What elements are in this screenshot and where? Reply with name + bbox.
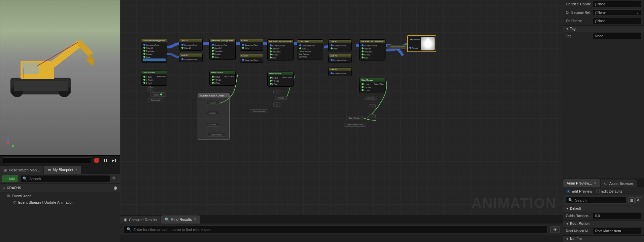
search-input[interactable] <box>575 198 624 202</box>
add-label: Add <box>8 177 15 181</box>
node-transform-bone-3[interactable]: Transform (Modify) Bone Component Pose A… <box>267 39 294 61</box>
node-make-rotator-2[interactable]: Make Rotator X (Roll)Return Value Y (Pit… <box>209 71 236 86</box>
pin-label[interactable]: Add pin <box>275 96 287 100</box>
section-root-motion[interactable]: ▼Root Motion <box>563 220 644 227</box>
node-look-at-7[interactable]: Look At Component Pose <box>328 67 352 76</box>
graphs-section-header[interactable]: ▼GRAPHS ⊕ <box>0 184 120 192</box>
tab-compiler-results[interactable]: ▣ Compiler Results <box>120 216 161 224</box>
var-top-actuator[interactable]: Top Actuator <box>148 98 163 102</box>
left-panel-tabs: ▦ Pose Watch Man... ▭ My Blueprint × <box>0 165 120 174</box>
step-button[interactable]: ▶▮ <box>111 157 117 164</box>
node-output-pose[interactable]: Output Pose Result <box>407 35 436 52</box>
viewport-3d[interactable]: Z X Y <box>0 0 120 156</box>
close-icon[interactable]: × <box>594 181 597 186</box>
radio-edit-defaults[interactable]: Edit Defaults <box>596 189 622 193</box>
search-icon: 🔍 <box>165 217 169 222</box>
search-icon: 🔍 <box>23 176 27 181</box>
axis-gizmo[interactable]: Z X Y <box>7 137 14 149</box>
section-label: GRAPHS <box>7 186 21 190</box>
close-icon[interactable]: × <box>194 217 196 222</box>
small-node[interactable]: × <box>273 103 280 107</box>
tree-item-event-bp-update[interactable]: ◇ Event Blueprint Update Animation <box>0 199 120 205</box>
gear-icon[interactable]: ⚙ <box>112 176 118 182</box>
section-notifies[interactable]: ▼Notifies <box>563 235 644 242</box>
prop-label: Root Motion M... <box>566 229 593 233</box>
tab-asset-browser[interactable]: ▭ Asset Browser <box>601 179 637 187</box>
blueprint-search[interactable]: 🔍 <box>20 175 110 182</box>
tree-label: EventGraph <box>12 194 32 198</box>
cabin-rotation-input[interactable]: 0,0 <box>593 213 641 219</box>
node-look-at-4[interactable]: Look At Component Pose <box>240 54 263 63</box>
prop-label: On Initial Update <box>566 2 593 6</box>
preview-search[interactable]: 🔍 <box>566 197 626 204</box>
excavator-mesh <box>4 21 98 105</box>
section-default[interactable]: ▼Default <box>563 205 644 212</box>
var-bottom-actuator[interactable]: Bottom Actuator <box>250 109 268 113</box>
tab-find-results[interactable]: 🔍 Find Results × <box>161 215 200 224</box>
prop-label: Cabin Rotation... <box>566 214 593 218</box>
graph-watermark: ANIMATION <box>471 195 556 211</box>
edit-mode-radios: Edit Preview Edit Defaults <box>563 187 644 195</box>
node-make-rotator-4[interactable]: Make Rotator X (Roll)Return Value Y (Pit… <box>359 78 385 93</box>
dropdown-on-update[interactable]: fNone⌄ <box>593 18 641 24</box>
section-tag[interactable]: ▼Tag <box>563 25 644 32</box>
tree-label: Event Blueprint Update Animation <box>18 200 74 204</box>
node-make-rotator-3[interactable]: Make Rotator X (Roll)Return Value Y (Pit… <box>267 72 294 87</box>
tab-pose-watch[interactable]: ▦ Pose Watch Man... <box>0 166 43 174</box>
binoculars-button[interactable]: 👁 <box>550 226 560 233</box>
var-cabin-rotation[interactable]: Cabin Rotation <box>346 116 363 120</box>
node-look-at-2[interactable]: Look At Component Pose <box>179 53 203 62</box>
small-node[interactable]: + <box>369 104 376 108</box>
node-look-at[interactable]: Look At Component Pose Alpha 1.0 <box>179 39 203 51</box>
plus-icon: + <box>5 177 7 181</box>
tab-my-blueprint[interactable]: ▭ My Blueprint × <box>44 166 81 174</box>
small-node[interactable]: × Add pin <box>206 101 219 105</box>
comment-title: Inverted Angle + Offset <box>198 94 229 97</box>
node-copy-bone[interactable]: Copy Bone Component Pose Alpha 1.0 Copy … <box>297 39 323 59</box>
record-button[interactable] <box>93 157 100 164</box>
small-node[interactable]: + <box>273 90 280 94</box>
node-transform-bone[interactable]: Transform (Modify) Bone Component Pose A… <box>141 39 167 63</box>
animation-graph[interactable]: ANIMATION Transform ( <box>120 0 563 215</box>
right-bottom-tabs: Anim Preview... × ▭ Asset Browser <box>563 178 644 187</box>
timeline-slider[interactable] <box>3 157 91 163</box>
tab-label: Asset Browser <box>609 182 633 186</box>
dropdown-root-motion[interactable]: Root Motion from⌄ <box>593 228 641 234</box>
graph-icon: ⊞ <box>7 194 10 198</box>
dropdown-on-become[interactable]: fNone⌄ <box>593 9 641 16</box>
node-transform-bone-2[interactable]: Transform (Modify) Bone Component Pose A… <box>209 39 236 60</box>
tab-anim-preview[interactable]: Anim Preview... × <box>563 179 600 187</box>
close-icon[interactable]: × <box>75 167 78 172</box>
tab-label: Compiler Results <box>129 218 157 222</box>
radio-edit-preview[interactable]: Edit Preview <box>567 189 592 193</box>
find-input[interactable] <box>133 228 545 232</box>
small-node-mul[interactable]: × <box>147 87 154 91</box>
node-look-at-6[interactable]: Look At Component Pose <box>328 54 352 63</box>
node-look-at-5[interactable]: Look At Component PoseAlpha <box>328 39 352 51</box>
small-node[interactable]: + Add pin <box>206 111 219 115</box>
node-make-rotator[interactable]: Make Rotator X (Roll)Return Value Y (Pit… <box>141 71 167 86</box>
add-button[interactable]: + Add <box>2 175 18 182</box>
gear-icon[interactable]: ⚙ <box>635 197 641 203</box>
prop-label: On Update <box>566 19 593 23</box>
bottom-tabs: ▣ Compiler Results 🔍 Find Results × <box>120 215 563 224</box>
pause-button[interactable]: ▮▮ <box>102 157 109 164</box>
node-look-at-3[interactable]: Look At Component Pose Alpha <box>240 39 263 51</box>
add-graph-icon[interactable]: ⊕ <box>113 185 117 191</box>
var-middle-actuator[interactable]: Middle Actuator <box>208 133 225 137</box>
small-node[interactable]: + Add pin <box>364 96 377 100</box>
tag-input[interactable]: None <box>593 33 641 39</box>
grid-view-icon[interactable]: ▦ <box>629 197 635 203</box>
small-node[interactable]: × Add pin <box>206 123 219 127</box>
var-cabin-rotation-reset[interactable]: Cabin Rotation Reset <box>344 123 366 127</box>
search-input[interactable] <box>29 177 108 181</box>
dropdown-on-initial[interactable]: fNone⌄ <box>593 1 641 7</box>
search-icon: 🔍 <box>127 227 131 232</box>
small-node[interactable]: × <box>369 114 376 118</box>
pin-label[interactable]: Add pin <box>150 92 166 97</box>
tree-item-eventgraph[interactable]: ⊞ EventGraph <box>0 193 120 199</box>
node-transform-bone-4[interactable]: Transform (Modify) Bone Component Pose A… <box>359 39 385 61</box>
details-panel: On Initial Update fNone⌄ On Become Rel..… <box>563 0 644 178</box>
folder-icon: ▭ <box>604 181 607 186</box>
node-component-to-local[interactable]: Component To Local <box>387 45 408 49</box>
